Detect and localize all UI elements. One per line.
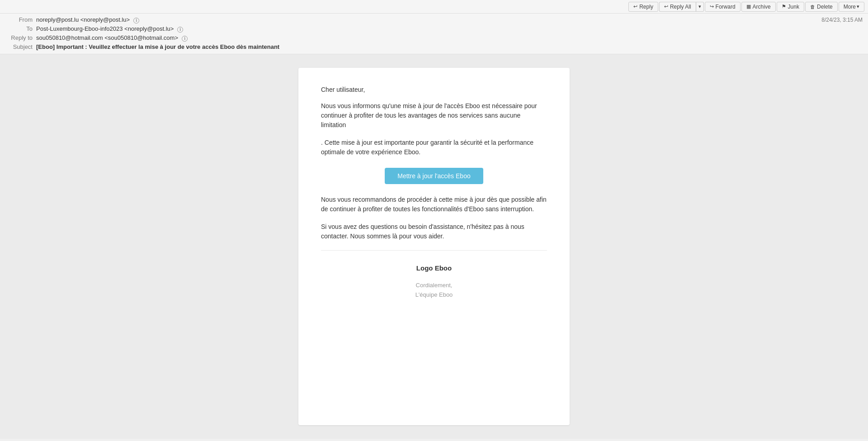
archive-icon: ▦ bbox=[746, 4, 751, 9]
reply-label: Reply bbox=[639, 4, 653, 10]
to-label: To bbox=[5, 25, 36, 32]
update-button-container: Mettre à jour l'accès Eboo bbox=[321, 168, 547, 184]
more-button[interactable]: More ▾ bbox=[839, 2, 864, 12]
reply-all-group: ↩ Reply All ▾ bbox=[659, 2, 704, 12]
from-info-icon[interactable]: ℹ bbox=[133, 18, 139, 24]
email-greeting: Cher utilisateur, bbox=[321, 86, 547, 93]
separator bbox=[321, 250, 547, 251]
from-label: From bbox=[5, 16, 36, 23]
reply-to-label: Reply to bbox=[5, 34, 36, 41]
email-para2: . Cette mise à jour est importante pour … bbox=[321, 138, 547, 157]
email-para1: Nous vous informons qu'une mise à jour d… bbox=[321, 101, 547, 130]
junk-label: Junk bbox=[788, 4, 799, 10]
email-header: From noreply@post.lu <noreply@post.lu> ℹ… bbox=[0, 14, 868, 54]
to-info-icon[interactable]: ℹ bbox=[177, 27, 183, 33]
reply-all-label: Reply All bbox=[670, 4, 691, 10]
subject-row: Subject [Eboo] Important : Veuillez effe… bbox=[5, 43, 863, 51]
junk-button[interactable]: ⚑ Junk bbox=[777, 2, 804, 12]
archive-button[interactable]: ▦ Archive bbox=[741, 2, 776, 12]
junk-icon: ⚑ bbox=[782, 4, 786, 9]
delete-button[interactable]: 🗑 Delete bbox=[805, 2, 838, 12]
reply-all-dropdown-button[interactable]: ▾ bbox=[696, 2, 704, 12]
email-signature: Cordialement, L'équipe Eboo bbox=[321, 281, 547, 300]
from-value: noreply@post.lu <noreply@post.lu> ℹ bbox=[36, 16, 821, 24]
reply-to-value: sou050810@hotmail.com <sou050810@hotmail… bbox=[36, 34, 863, 42]
more-label: More bbox=[844, 4, 856, 10]
to-value: Post-Luxembourg-Eboo-info2023 <noreply@p… bbox=[36, 25, 863, 33]
email-card: Cher utilisateur, Nous vous informons qu… bbox=[298, 68, 570, 425]
subject-label: Subject bbox=[5, 43, 36, 50]
reply-to-row: Reply to sou050810@hotmail.com <sou05081… bbox=[5, 33, 863, 43]
email-para3: Nous vous recommandons de procéder à cet… bbox=[321, 195, 547, 214]
reply-all-button[interactable]: ↩ Reply All bbox=[659, 2, 696, 12]
delete-label: Delete bbox=[817, 4, 833, 10]
signature-line1: Cordialement, bbox=[321, 281, 547, 290]
email-content-area: Cher utilisateur, Nous vous informons qu… bbox=[0, 54, 868, 439]
email-toolbar: ↩ Reply ↩ Reply All ▾ ↪ Forward ▦ Archiv… bbox=[0, 0, 868, 14]
reply-all-icon: ↩ bbox=[664, 4, 668, 9]
toolbar-actions: ↩ Reply ↩ Reply All ▾ ↪ Forward ▦ Archiv… bbox=[628, 2, 864, 12]
chevron-down-icon: ▾ bbox=[698, 4, 701, 9]
archive-label: Archive bbox=[753, 4, 771, 10]
forward-label: Forward bbox=[716, 4, 736, 10]
reply-icon: ↩ bbox=[633, 4, 637, 9]
delete-icon: 🗑 bbox=[810, 4, 815, 9]
logo-text: Logo Eboo bbox=[416, 264, 452, 272]
forward-icon: ↪ bbox=[710, 4, 714, 9]
email-timestamp: 8/24/23, 3:15 AM bbox=[821, 17, 863, 23]
subject-value: [Eboo] Important : Veuillez effectuer la… bbox=[36, 43, 863, 50]
signature-line2: L'équipe Eboo bbox=[321, 290, 547, 300]
more-dropdown-icon: ▾ bbox=[857, 4, 859, 9]
email-para4: Si vous avez des questions ou besoin d'a… bbox=[321, 222, 547, 241]
update-access-button[interactable]: Mettre à jour l'accès Eboo bbox=[385, 168, 483, 184]
from-row: From noreply@post.lu <noreply@post.lu> ℹ… bbox=[5, 15, 863, 24]
to-row: To Post-Luxembourg-Eboo-info2023 <norepl… bbox=[5, 24, 863, 33]
reply-to-info-icon[interactable]: ℹ bbox=[182, 36, 188, 42]
reply-button[interactable]: ↩ Reply bbox=[628, 2, 658, 12]
logo-section: Logo Eboo bbox=[321, 264, 547, 272]
forward-button[interactable]: ↪ Forward bbox=[705, 2, 741, 12]
